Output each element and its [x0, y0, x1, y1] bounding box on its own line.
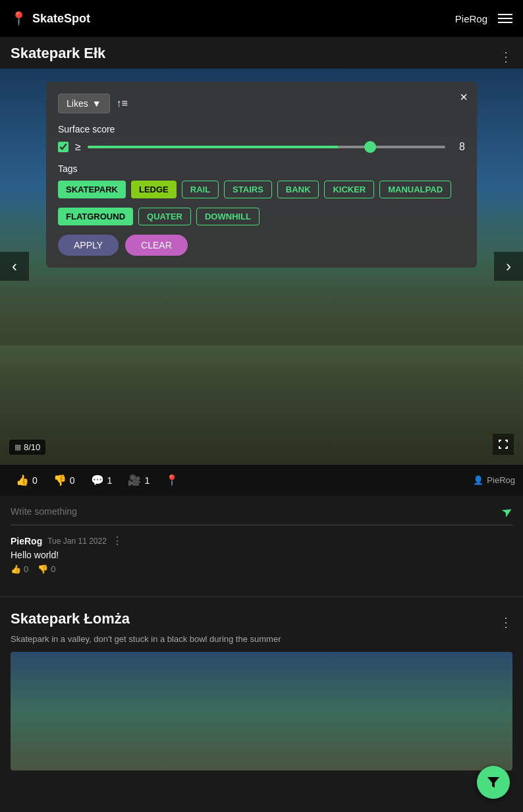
park2-more-button[interactable]: ⋮ [499, 614, 512, 630]
score-row: ≥ 8 [58, 141, 465, 153]
video-icon: 🎥 [128, 474, 141, 486]
tags-row: SKATEPARK LEDGE RAIL STAIRS BANK KICKER … [58, 181, 465, 198]
logo-text: SkateSpot [32, 12, 90, 26]
tag-downhill[interactable]: DOWNHILL [196, 208, 260, 225]
surface-score-label: Surface score [58, 124, 465, 134]
tag-skatepark[interactable]: SKATEPARK [58, 181, 126, 198]
park2-description: Skatepark in a valley, don't get stuck i… [11, 634, 512, 644]
author-label: 👤 PieRog [473, 475, 515, 485]
location-button[interactable]: 📍 [157, 470, 186, 490]
surface-score-checkbox[interactable] [58, 142, 69, 152]
park2-title-row: Skatepark Łomża ⋮ [11, 610, 512, 634]
comment-date: Tue Jan 11 2022 [47, 536, 107, 546]
location-icon: 📍 [165, 474, 179, 486]
pin-icon: 📍 [11, 11, 27, 26]
tag-quater[interactable]: QUATER [138, 208, 191, 225]
comment-actions: 👍 0 👎 0 [11, 564, 512, 574]
comment-section: ➤ PieRog Tue Jan 11 2022 ⋮ Hello world! … [0, 496, 523, 590]
carousel-prev-button[interactable]: ‹ [0, 252, 29, 281]
dislike-button[interactable]: 👎 0 [45, 470, 83, 490]
sort-dropdown[interactable]: Likes ▼ [58, 94, 110, 113]
action-bar: 👍 0 👎 0 💬 1 🎥 1 📍 👤 PieRog [0, 464, 523, 496]
like-count: 0 [32, 475, 38, 486]
fab-filter-button[interactable] [477, 766, 510, 799]
send-button[interactable]: ➤ [498, 502, 516, 521]
score-badge: ▦ 8/10 [9, 440, 45, 455]
dislike-count: 0 [70, 475, 75, 486]
filter-close-button[interactable]: × [460, 90, 468, 105]
clear-button[interactable]: CLEAR [125, 235, 188, 256]
park1-more-button[interactable]: ⋮ [499, 49, 512, 65]
park1-section: Skatepark Ełk ⋮ [0, 37, 523, 69]
tags-row-2: FLATGROUND QUATER DOWNHILL [58, 208, 465, 225]
comment-like-count: 0 [24, 564, 28, 574]
comment-more-button[interactable]: ⋮ [112, 535, 123, 547]
comment-dislike-count: 0 [51, 564, 55, 574]
tag-bank[interactable]: BANK [277, 181, 319, 198]
comment-input[interactable] [11, 506, 501, 517]
park1-title: Skatepark Ełk [11, 45, 105, 62]
tag-flatground[interactable]: FLATGROUND [58, 208, 133, 225]
comment-item: PieRog Tue Jan 11 2022 ⋮ Hello world! 👍 … [11, 535, 512, 574]
logo: 📍 SkateSpot [11, 11, 90, 26]
comment-count: 1 [107, 475, 113, 486]
dropdown-arrow-icon: ▼ [92, 98, 101, 109]
carousel-next-button[interactable]: › [494, 252, 523, 281]
video-button[interactable]: 🎥 1 [120, 470, 157, 490]
dislike-icon: 👎 [53, 474, 67, 486]
comment-dislike-button[interactable]: 👎 0 [38, 564, 55, 574]
apply-button[interactable]: APPLY [58, 235, 119, 256]
score-value: 8 [452, 141, 465, 153]
tags-label: Tags [58, 163, 465, 174]
comment-like-icon: 👍 [11, 564, 21, 574]
comment-text: Hello world! [11, 550, 512, 560]
author-name: PieRog [487, 475, 515, 485]
comment-author: PieRog [11, 536, 42, 546]
surface-score-slider[interactable] [88, 146, 445, 148]
surface-score-section: Surface score ≥ 8 [58, 124, 465, 153]
comment-button[interactable]: 💬 1 [83, 470, 121, 490]
fab-filter-icon [485, 774, 501, 790]
tag-ledge[interactable]: LEDGE [131, 181, 177, 198]
sort-label: Likes [67, 98, 88, 109]
like-icon: 👍 [16, 474, 29, 486]
park2-section: Skatepark Łomża ⋮ Skatepark in a valley,… [0, 596, 523, 770]
sort-order-icon[interactable]: ↑≡ [117, 98, 128, 109]
author-icon: 👤 [473, 475, 483, 485]
park2-title: Skatepark Łomża [11, 610, 130, 627]
filter-action-buttons: APPLY CLEAR [58, 235, 465, 256]
comment-dislike-icon: 👎 [38, 564, 48, 574]
park1-image-container: ‹ › × Likes ▼ ↑≡ Surface score ≥ 8 Tags [0, 69, 523, 464]
tags-section: Tags SKATEPARK LEDGE RAIL STAIRS BANK KI… [58, 163, 465, 225]
sort-row: Likes ▼ ↑≡ [58, 94, 465, 113]
comment-header: PieRog Tue Jan 11 2022 ⋮ [11, 535, 512, 547]
comment-like-button[interactable]: 👍 0 [11, 564, 28, 574]
header-username: PieRog [455, 13, 487, 24]
tag-stairs[interactable]: STAIRS [224, 181, 272, 198]
like-button[interactable]: 👍 0 [8, 470, 45, 490]
video-count: 1 [144, 475, 150, 486]
header: 📍 SkateSpot PieRog [0, 0, 523, 37]
menu-button[interactable] [498, 14, 512, 23]
tag-manualpad[interactable]: MANUALPAD [379, 181, 451, 198]
header-right: PieRog [455, 13, 512, 24]
park2-image [11, 652, 512, 770]
tag-kicker[interactable]: KICKER [324, 181, 374, 198]
comment-icon: 💬 [91, 474, 104, 486]
fullscreen-button[interactable] [493, 434, 514, 455]
comment-input-row: ➤ [11, 504, 512, 525]
filter-overlay: × Likes ▼ ↑≡ Surface score ≥ 8 Tags SKAT… [46, 82, 477, 268]
fullscreen-icon [498, 439, 509, 450]
lines-pattern-icon: ▦ [14, 443, 21, 451]
score-badge-value: 8/10 [24, 442, 40, 452]
park1-title-row: Skatepark Ełk ⋮ [11, 45, 512, 69]
tag-rail[interactable]: RAIL [182, 181, 219, 198]
gte-symbol: ≥ [75, 141, 81, 153]
